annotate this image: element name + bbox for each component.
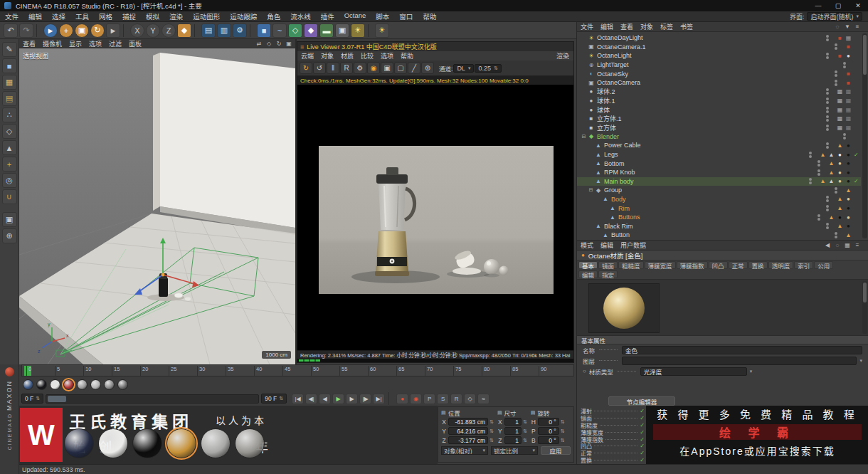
- edges-mode-button[interactable]: ◇: [2, 124, 17, 139]
- position-x-field[interactable]: -61.893 cm: [448, 418, 488, 426]
- next-frame-button[interactable]: ▶: [346, 394, 358, 404]
- zoom-view-icon[interactable]: ◇: [264, 40, 274, 48]
- octane-menu-比较[interactable]: 比较: [357, 51, 377, 60]
- huixueba-button[interactable]: 绘 学 霸: [653, 424, 862, 440]
- material-sphere[interactable]: [132, 428, 162, 458]
- filter-icon[interactable]: ▼: [842, 23, 852, 31]
- object-tag-icon[interactable]: ■: [845, 70, 852, 77]
- record-parameter-toggle[interactable]: ◇: [464, 394, 476, 404]
- texture-axis-button[interactable]: ▣: [2, 212, 17, 227]
- material-tab-基本[interactable]: 基本: [578, 261, 598, 269]
- coordinate-system-toggle[interactable]: ◆: [177, 23, 191, 38]
- octane-menu-render[interactable]: 渲染: [556, 51, 573, 60]
- object-tag-icon[interactable]: ●: [836, 152, 844, 158]
- add-primitive-menu[interactable]: ■: [257, 23, 271, 38]
- stepper-icon[interactable]: ⇅: [489, 428, 494, 434]
- object-row-OctaneCamera.1[interactable]: ▣OctaneCamera.1■: [577, 43, 861, 52]
- stepper-icon[interactable]: ⇅: [561, 419, 565, 425]
- prev-key-button[interactable]: ◀|: [305, 394, 317, 404]
- sampling-stepper[interactable]: 0.25 ⇅: [475, 64, 501, 73]
- object-row-立方体[interactable]: ■立方体▦▦: [577, 123, 861, 132]
- object-tag-icon[interactable]: ●: [845, 196, 852, 202]
- menubar-item-角色[interactable]: 角色: [262, 11, 285, 21]
- attribute-menu-模式[interactable]: 模式: [577, 241, 597, 250]
- octane-menu-对象[interactable]: 对象: [317, 51, 337, 60]
- minimize-button[interactable]: —: [808, 0, 828, 11]
- camera-view-button[interactable]: ▣: [381, 62, 393, 74]
- enable-snap-button[interactable]: ∪: [2, 189, 17, 204]
- object-row-Main-body[interactable]: ▲Main body▲▲●●✓: [577, 177, 861, 186]
- visibility-dots[interactable]: [823, 98, 832, 104]
- refresh-button[interactable]: R: [340, 62, 353, 74]
- object-tag-icon[interactable]: ■: [845, 80, 852, 86]
- octane-menu-材质[interactable]: 材质: [337, 51, 357, 60]
- make-editable-button[interactable]: ✎: [2, 42, 17, 57]
- object-row-立方体.1[interactable]: ■立方体.1▦▦: [577, 114, 861, 123]
- menubar-item-网格[interactable]: 网格: [94, 11, 117, 21]
- material-tab-置换[interactable]: 置换: [748, 261, 768, 269]
- object-row-Bottom[interactable]: ▲Bottom▲●●: [577, 159, 861, 168]
- object-row-Button[interactable]: ▲Button▲: [577, 231, 861, 240]
- expand-toggle[interactable]: ⊟: [588, 187, 594, 193]
- lock-y-axis-button[interactable]: Y: [146, 23, 160, 38]
- object-row-OctaneLight[interactable]: ☀OctaneLight■●: [577, 51, 861, 60]
- object-row-Black-Rim[interactable]: ▲Black Rim▲●: [577, 221, 861, 231]
- material-tab-正常[interactable]: 正常: [729, 261, 748, 269]
- model-mode-button[interactable]: ■: [2, 58, 17, 73]
- goto-end-button[interactable]: ▶|: [373, 394, 385, 404]
- viewport-menu-查看[interactable]: 查看: [19, 39, 39, 48]
- record-rotation-toggle[interactable]: R: [450, 394, 462, 404]
- panel-menu-icon[interactable]: ≡: [852, 23, 862, 31]
- render-view-button[interactable]: ▤: [201, 23, 216, 38]
- search-icon[interactable]: ◌: [832, 23, 842, 31]
- object-manager-menu-标签[interactable]: 标签: [657, 22, 677, 31]
- viewport-solo-button[interactable]: ◎: [2, 173, 17, 188]
- search-icon[interactable]: ◌: [832, 241, 842, 249]
- coord-lock-select[interactable]: 锁定比例▾: [491, 446, 538, 455]
- add-light-menu[interactable]: ☀: [351, 23, 365, 38]
- object-row-Blender[interactable]: ⊟◆Blender: [577, 132, 861, 142]
- lock-z-axis-button[interactable]: Z: [162, 23, 176, 38]
- material-tab-粗糙度[interactable]: 粗糙度: [618, 261, 644, 269]
- object-tag-icon[interactable]: ▦: [836, 98, 844, 104]
- close-button[interactable]: ✕: [848, 0, 868, 11]
- visibility-dots[interactable]: [823, 205, 832, 211]
- size-x-field[interactable]: 1: [504, 418, 522, 426]
- object-tag-icon[interactable]: ●: [845, 223, 852, 229]
- object-tag-icon[interactable]: ▲: [819, 152, 827, 158]
- restart-render-button[interactable]: ↻: [300, 62, 312, 74]
- object-row-RPM-Knob[interactable]: ▲RPM Knob▲●●: [577, 168, 861, 177]
- object-axis-button[interactable]: ⊕: [2, 228, 17, 243]
- position-z-field[interactable]: -3.177 cm: [448, 436, 488, 444]
- rotation-p-field[interactable]: 0 °: [538, 427, 559, 435]
- visibility-dots[interactable]: [823, 142, 832, 149]
- object-tag-icon[interactable]: ▦: [845, 125, 852, 131]
- object-tag-icon[interactable]: ▲: [827, 152, 835, 158]
- expand-toggle[interactable]: ⊟: [581, 134, 587, 139]
- material-type-select[interactable]: 光泽度: [640, 367, 747, 376]
- octane-menu-云端[interactable]: 云端: [297, 51, 317, 60]
- channel-row-置换[interactable]: 置换✓: [581, 457, 645, 464]
- render-settings-button[interactable]: ⚙: [233, 23, 247, 38]
- menubar-item-渲染[interactable]: 渲染: [164, 11, 188, 21]
- material-tab-凹凸[interactable]: 凹凸: [709, 261, 728, 269]
- menubar-item-捕捉[interactable]: 捕捉: [117, 11, 141, 21]
- coord-mode-select[interactable]: 对象(相对)▾: [441, 446, 488, 455]
- visibility-dots[interactable]: [840, 133, 849, 139]
- workplane-mode-button[interactable]: ▤: [2, 91, 17, 106]
- material-sphere[interactable]: [104, 379, 115, 390]
- redo-button[interactable]: ↷: [19, 23, 33, 38]
- record-scale-toggle[interactable]: S: [437, 394, 449, 404]
- menubar-item-插件[interactable]: 插件: [316, 11, 339, 21]
- object-tag-icon[interactable]: ▲: [836, 196, 844, 202]
- material-sphere[interactable]: [50, 379, 60, 390]
- object-tag-icon[interactable]: ●: [836, 178, 844, 184]
- pan-view-icon[interactable]: ⇄: [254, 40, 264, 48]
- menubar-item-流水线[interactable]: 流水线: [285, 11, 316, 21]
- viewport-scene[interactable]: y x z: [19, 48, 295, 364]
- stepper-icon[interactable]: ⇅: [36, 396, 40, 401]
- menubar-item-帮助[interactable]: 帮助: [418, 11, 441, 21]
- last-tool-used[interactable]: ►: [106, 23, 120, 38]
- material-preview-sphere[interactable]: [603, 288, 645, 329]
- material-tab-镜面[interactable]: 镜面: [598, 261, 618, 269]
